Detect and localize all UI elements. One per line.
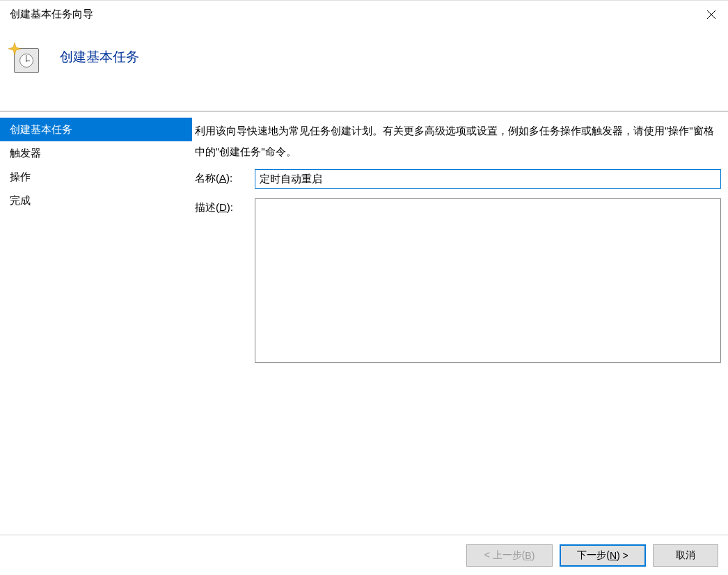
step-trigger[interactable]: 触发器 (0, 141, 192, 165)
sparkle-icon (8, 42, 21, 55)
wizard-footer: < 上一步(B) 下一步(N) > 取消 (0, 535, 728, 575)
step-action[interactable]: 操作 (0, 165, 192, 189)
step-label: 创建基本任务 (10, 123, 72, 136)
step-label: 触发器 (10, 147, 41, 160)
name-input[interactable] (255, 169, 721, 189)
back-button: < 上一步(B) (466, 544, 553, 567)
close-button[interactable] (695, 1, 728, 29)
titlebar: 创建基本任务向导 (0, 1, 728, 29)
wizard-header: 创建基本任务 (0, 29, 728, 112)
step-create-basic-task[interactable]: 创建基本任务 (0, 118, 192, 141)
intro-text: 利用该向导快速地为常见任务创建计划。有关更多高级选项或设置，例如多任务操作或触发… (195, 120, 721, 162)
step-finish[interactable]: 完成 (0, 189, 192, 212)
step-label: 操作 (10, 171, 31, 184)
step-label: 完成 (10, 194, 31, 207)
task-scheduler-icon (10, 44, 40, 74)
window-title: 创建基本任务向导 (10, 8, 93, 21)
wizard-window: 创建基本任务向导 创建基本任务 创建基本任务 触发器 (0, 0, 728, 575)
next-button[interactable]: 下一步(N) > (560, 544, 646, 567)
svg-marker-2 (8, 42, 21, 55)
description-textarea[interactable] (255, 198, 721, 363)
close-icon (706, 10, 716, 19)
description-label: 描述(D): (195, 198, 255, 214)
name-label: 名称(A): (195, 169, 255, 185)
description-row: 描述(D): (195, 198, 721, 363)
wizard-page-title: 创建基本任务 (60, 44, 139, 66)
cancel-button[interactable]: 取消 (653, 544, 718, 567)
wizard-main-panel: 利用该向导快速地为常见任务创建计划。有关更多高级选项或设置，例如多任务操作或触发… (192, 112, 728, 530)
name-row: 名称(A): (195, 169, 721, 189)
wizard-steps-sidebar: 创建基本任务 触发器 操作 完成 (0, 112, 192, 530)
wizard-body: 创建基本任务 触发器 操作 完成 利用该向导快速地为常见任务创建计划。有关更多高… (0, 112, 728, 530)
